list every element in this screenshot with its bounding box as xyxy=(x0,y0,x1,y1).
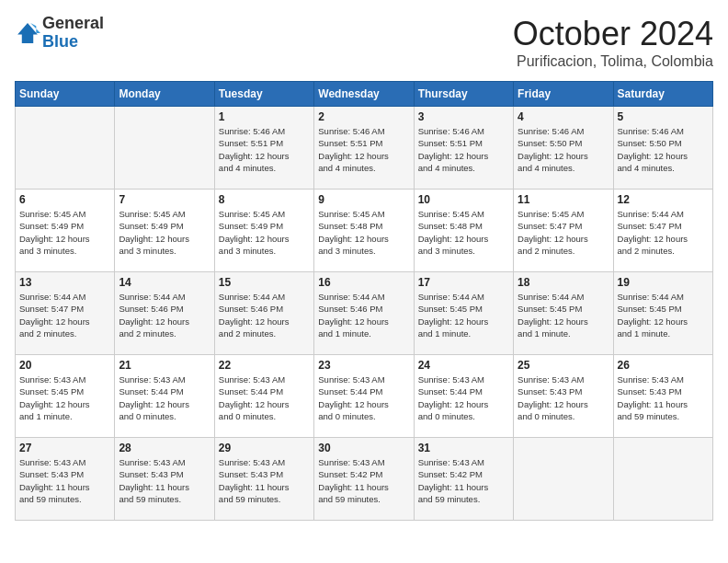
week-row-1: 1Sunrise: 5:46 AM Sunset: 5:51 PM Daylig… xyxy=(16,107,713,190)
day-info: Sunrise: 5:43 AM Sunset: 5:43 PM Dayligh… xyxy=(518,373,609,422)
calendar-cell: 22Sunrise: 5:43 AM Sunset: 5:44 PM Dayli… xyxy=(214,355,313,438)
logo-blue-text: Blue xyxy=(42,32,78,51)
calendar-table: SundayMondayTuesdayWednesdayThursdayFrid… xyxy=(15,81,713,521)
calendar-cell: 28Sunrise: 5:43 AM Sunset: 5:43 PM Dayli… xyxy=(115,438,214,521)
day-info: Sunrise: 5:44 AM Sunset: 5:45 PM Dayligh… xyxy=(618,291,709,339)
title-block: October 2024 Purificacion, Tolima, Colom… xyxy=(513,15,713,70)
day-info: Sunrise: 5:45 AM Sunset: 5:49 PM Dayligh… xyxy=(119,208,210,257)
week-row-3: 13Sunrise: 5:44 AM Sunset: 5:47 PM Dayli… xyxy=(16,272,713,355)
day-number: 26 xyxy=(618,359,709,372)
calendar-cell: 29Sunrise: 5:43 AM Sunset: 5:43 PM Dayli… xyxy=(214,438,313,521)
day-info: Sunrise: 5:45 AM Sunset: 5:48 PM Dayligh… xyxy=(318,208,409,257)
weekday-header-thursday: Thursday xyxy=(414,82,513,107)
day-number: 18 xyxy=(518,276,609,289)
calendar-cell: 17Sunrise: 5:44 AM Sunset: 5:45 PM Dayli… xyxy=(414,272,513,355)
calendar-cell: 25Sunrise: 5:43 AM Sunset: 5:43 PM Dayli… xyxy=(514,355,613,438)
day-info: Sunrise: 5:44 AM Sunset: 5:46 PM Dayligh… xyxy=(219,291,310,339)
day-info: Sunrise: 5:43 AM Sunset: 5:45 PM Dayligh… xyxy=(19,373,110,422)
month-title: October 2024 xyxy=(513,15,713,53)
logo-general-text: General xyxy=(42,14,104,32)
day-number: 25 xyxy=(518,359,609,372)
day-info: Sunrise: 5:45 AM Sunset: 5:47 PM Dayligh… xyxy=(518,208,609,257)
location-subtitle: Purificacion, Tolima, Colombia xyxy=(513,53,713,70)
day-info: Sunrise: 5:43 AM Sunset: 5:43 PM Dayligh… xyxy=(618,373,709,422)
weekday-header-saturday: Saturday xyxy=(613,82,712,107)
calendar-cell xyxy=(613,438,712,521)
day-info: Sunrise: 5:43 AM Sunset: 5:44 PM Dayligh… xyxy=(119,373,210,422)
calendar-cell: 30Sunrise: 5:43 AM Sunset: 5:42 PM Dayli… xyxy=(314,438,414,521)
calendar-cell: 2Sunrise: 5:46 AM Sunset: 5:51 PM Daylig… xyxy=(314,107,414,190)
day-number: 30 xyxy=(318,442,409,454)
calendar-cell: 9Sunrise: 5:45 AM Sunset: 5:48 PM Daylig… xyxy=(314,190,414,272)
day-info: Sunrise: 5:44 AM Sunset: 5:47 PM Dayligh… xyxy=(618,208,709,257)
week-row-5: 27Sunrise: 5:43 AM Sunset: 5:43 PM Dayli… xyxy=(16,438,713,521)
day-number: 27 xyxy=(19,442,110,454)
day-number: 5 xyxy=(618,110,709,123)
logo-icon xyxy=(15,20,40,46)
day-number: 17 xyxy=(418,276,509,289)
weekday-header-tuesday: Tuesday xyxy=(214,82,313,107)
calendar-cell: 18Sunrise: 5:44 AM Sunset: 5:45 PM Dayli… xyxy=(514,272,613,355)
day-info: Sunrise: 5:45 AM Sunset: 5:48 PM Dayligh… xyxy=(418,208,509,257)
calendar-cell: 15Sunrise: 5:44 AM Sunset: 5:46 PM Dayli… xyxy=(214,272,313,355)
week-row-2: 6Sunrise: 5:45 AM Sunset: 5:49 PM Daylig… xyxy=(16,190,713,272)
calendar-cell: 20Sunrise: 5:43 AM Sunset: 5:45 PM Dayli… xyxy=(16,355,115,438)
day-number: 2 xyxy=(318,110,409,123)
day-number: 15 xyxy=(219,276,310,289)
day-info: Sunrise: 5:46 AM Sunset: 5:51 PM Dayligh… xyxy=(418,125,509,174)
day-number: 3 xyxy=(418,110,509,123)
day-number: 1 xyxy=(219,110,310,123)
day-info: Sunrise: 5:46 AM Sunset: 5:50 PM Dayligh… xyxy=(618,125,709,174)
calendar-cell: 19Sunrise: 5:44 AM Sunset: 5:45 PM Dayli… xyxy=(613,272,712,355)
day-number: 24 xyxy=(418,359,509,372)
day-number: 14 xyxy=(119,276,210,289)
page-header: General Blue October 2024 Purificacion, … xyxy=(15,15,713,70)
calendar-cell: 26Sunrise: 5:43 AM Sunset: 5:43 PM Dayli… xyxy=(613,355,712,438)
day-number: 11 xyxy=(518,193,609,206)
calendar-cell: 4Sunrise: 5:46 AM Sunset: 5:50 PM Daylig… xyxy=(514,107,613,190)
day-number: 13 xyxy=(19,276,110,289)
day-info: Sunrise: 5:46 AM Sunset: 5:51 PM Dayligh… xyxy=(318,125,409,174)
day-info: Sunrise: 5:44 AM Sunset: 5:45 PM Dayligh… xyxy=(418,291,509,339)
calendar-cell: 27Sunrise: 5:43 AM Sunset: 5:43 PM Dayli… xyxy=(16,438,115,521)
day-info: Sunrise: 5:44 AM Sunset: 5:46 PM Dayligh… xyxy=(318,291,409,339)
day-info: Sunrise: 5:43 AM Sunset: 5:44 PM Dayligh… xyxy=(219,373,310,422)
day-number: 23 xyxy=(318,359,409,372)
day-info: Sunrise: 5:44 AM Sunset: 5:46 PM Dayligh… xyxy=(119,291,210,339)
weekday-header-monday: Monday xyxy=(115,82,214,107)
calendar-cell: 12Sunrise: 5:44 AM Sunset: 5:47 PM Dayli… xyxy=(613,190,712,272)
day-number: 31 xyxy=(418,442,509,454)
weekday-header-row: SundayMondayTuesdayWednesdayThursdayFrid… xyxy=(16,82,713,107)
calendar-cell: 3Sunrise: 5:46 AM Sunset: 5:51 PM Daylig… xyxy=(414,107,513,190)
day-info: Sunrise: 5:44 AM Sunset: 5:47 PM Dayligh… xyxy=(19,291,110,339)
calendar-cell: 14Sunrise: 5:44 AM Sunset: 5:46 PM Dayli… xyxy=(115,272,214,355)
calendar-cell: 10Sunrise: 5:45 AM Sunset: 5:48 PM Dayli… xyxy=(414,190,513,272)
day-number: 8 xyxy=(219,193,310,206)
day-info: Sunrise: 5:43 AM Sunset: 5:44 PM Dayligh… xyxy=(418,373,509,422)
calendar-cell: 16Sunrise: 5:44 AM Sunset: 5:46 PM Dayli… xyxy=(314,272,414,355)
day-info: Sunrise: 5:45 AM Sunset: 5:49 PM Dayligh… xyxy=(219,208,310,257)
day-number: 21 xyxy=(119,359,210,372)
day-info: Sunrise: 5:43 AM Sunset: 5:42 PM Dayligh… xyxy=(318,456,409,505)
day-number: 6 xyxy=(19,193,110,206)
calendar-cell: 7Sunrise: 5:45 AM Sunset: 5:49 PM Daylig… xyxy=(115,190,214,272)
calendar-cell: 1Sunrise: 5:46 AM Sunset: 5:51 PM Daylig… xyxy=(214,107,313,190)
calendar-cell xyxy=(514,438,613,521)
day-info: Sunrise: 5:44 AM Sunset: 5:45 PM Dayligh… xyxy=(518,291,609,339)
day-info: Sunrise: 5:45 AM Sunset: 5:49 PM Dayligh… xyxy=(19,208,110,257)
day-number: 20 xyxy=(19,359,110,372)
day-info: Sunrise: 5:43 AM Sunset: 5:42 PM Dayligh… xyxy=(418,456,509,505)
calendar-cell: 6Sunrise: 5:45 AM Sunset: 5:49 PM Daylig… xyxy=(16,190,115,272)
logo: General Blue xyxy=(15,15,104,52)
calendar-cell: 21Sunrise: 5:43 AM Sunset: 5:44 PM Dayli… xyxy=(115,355,214,438)
day-number: 16 xyxy=(318,276,409,289)
day-number: 22 xyxy=(219,359,310,372)
weekday-header-friday: Friday xyxy=(514,82,613,107)
calendar-cell: 31Sunrise: 5:43 AM Sunset: 5:42 PM Dayli… xyxy=(414,438,513,521)
day-number: 9 xyxy=(318,193,409,206)
calendar-cell xyxy=(16,107,115,190)
day-number: 10 xyxy=(418,193,509,206)
day-info: Sunrise: 5:46 AM Sunset: 5:50 PM Dayligh… xyxy=(518,125,609,174)
calendar-cell xyxy=(115,107,214,190)
day-info: Sunrise: 5:43 AM Sunset: 5:43 PM Dayligh… xyxy=(19,456,110,505)
